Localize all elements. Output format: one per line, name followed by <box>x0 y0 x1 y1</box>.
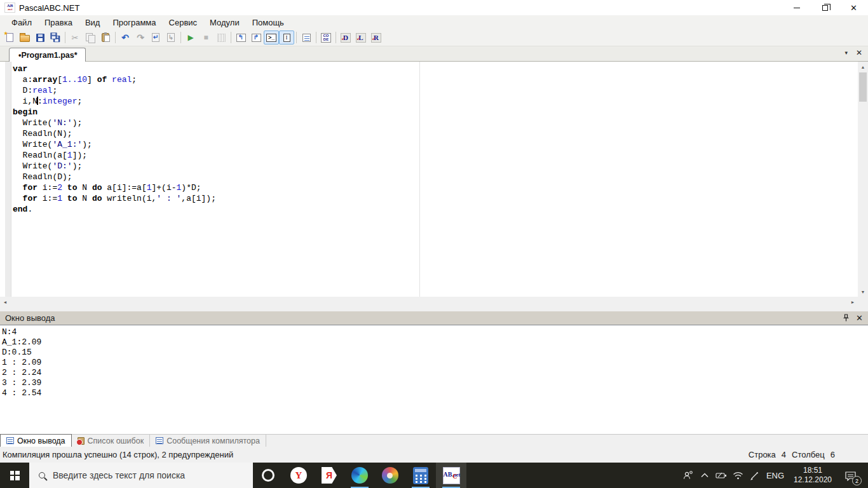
run-button[interactable]: ▶ <box>183 30 198 44</box>
new-file-icon: ★ <box>6 33 13 42</box>
output-window-icon <box>6 437 14 444</box>
code-line[interactable]: var <box>13 64 858 74</box>
taskbar-app-yandex[interactable]: Я <box>314 463 344 488</box>
output-close-icon[interactable]: ✕ <box>856 315 863 322</box>
code-line[interactable]: i,N:integer; <box>13 96 858 107</box>
code-line[interactable]: D:real; <box>13 85 858 96</box>
output-line: 4 : 2.54 <box>2 388 868 398</box>
editor-horizontal-scrollbar[interactable]: ◄ ► <box>0 297 868 307</box>
code-editor[interactable]: var a:array[1..10] of real; D:real; i,N:… <box>0 62 868 297</box>
code-line[interactable]: Readln(N); <box>13 128 858 139</box>
stop-button[interactable]: ■ <box>198 30 214 44</box>
wifi-icon[interactable] <box>729 463 746 488</box>
menu-item[interactable]: Правка <box>38 18 79 27</box>
code-line[interactable]: Write('A_1:'); <box>13 139 858 150</box>
menu-item[interactable]: Вид <box>79 18 107 27</box>
action-center-button[interactable]: 2 <box>837 463 863 488</box>
save-button[interactable] <box>32 30 48 44</box>
panel-gap <box>0 307 868 311</box>
page-arrow-icon: ↳ <box>167 33 175 42</box>
code-templates-button[interactable]: CODE <box>318 30 334 44</box>
battery-icon[interactable] <box>713 463 729 488</box>
run-to-cursor-button[interactable]: ↱ <box>248 30 264 44</box>
scrollbar-thumb[interactable] <box>859 72 867 102</box>
line-value: 4 <box>782 450 786 459</box>
new-file-button[interactable]: ★ <box>2 30 17 44</box>
people-icon[interactable] <box>680 463 696 488</box>
code-line[interactable]: begin <box>13 107 858 118</box>
line-label: Строка <box>749 450 776 459</box>
code-line[interactable]: a:array[1..10] of real; <box>13 74 858 85</box>
restore-button[interactable] <box>811 0 839 15</box>
console-panel-toggle[interactable]: >_ <box>264 30 279 44</box>
goto-next-button[interactable]: ↳ <box>163 30 179 44</box>
start-button[interactable] <box>0 463 29 488</box>
editor-vertical-scrollbar[interactable]: ▲ ▼ <box>858 62 868 297</box>
taskbar-app-yandex-browser[interactable]: Y <box>283 463 314 488</box>
tab-compiler-messages[interactable]: Сообщения компилятора <box>150 435 266 447</box>
window-arrow-icon: ↱ <box>252 34 261 42</box>
tab-list-dropdown[interactable]: ▾ <box>844 50 848 56</box>
format-code-button[interactable] <box>299 30 314 44</box>
save-all-button[interactable] <box>48 30 63 44</box>
close-button[interactable]: ✕ <box>839 0 868 15</box>
code-line[interactable]: Readln(D); <box>13 172 858 182</box>
code-line[interactable]: Readln(a[1]); <box>13 150 858 161</box>
output-line: A_1:2.09 <box>2 337 868 348</box>
code-area[interactable]: var a:array[1..10] of real; D:real; i,N:… <box>0 62 858 297</box>
watch-r-button[interactable]: ↙R <box>369 30 384 44</box>
menu-item[interactable]: Модули <box>203 18 246 27</box>
output-line: D:0.15 <box>2 348 868 358</box>
taskbar-app-paint[interactable] <box>375 463 405 488</box>
minimize-button[interactable] <box>782 0 811 15</box>
taskbar-app-pascalabc[interactable]: ABC.net <box>436 463 466 488</box>
pin-icon[interactable] <box>843 314 850 322</box>
open-file-button[interactable] <box>17 30 32 44</box>
output-panel-header: Окно вывода ✕ <box>0 311 868 325</box>
grid-icon <box>217 34 226 42</box>
taskbar-app-opera[interactable] <box>253 463 283 488</box>
code-line[interactable]: end. <box>13 204 858 215</box>
menu-item[interactable]: Сервис <box>163 18 204 27</box>
tab-program1[interactable]: •Program1.pas* <box>9 48 86 62</box>
menu-bar: ФайлПравкаВидПрограммаСервисМодулиПомощь <box>0 15 868 29</box>
watch-l-button[interactable]: ↙L <box>353 30 369 44</box>
run-in-console-button[interactable]: ↰ <box>233 30 248 44</box>
cut-button[interactable]: ✂ <box>67 30 83 44</box>
output-window[interactable]: N:4A_1:2.09D:0.151 : 2.092 : 2.243 : 2.3… <box>0 325 868 434</box>
paste-button[interactable] <box>98 30 113 44</box>
code-line[interactable]: for i:=2 to N do a[i]:=a[1]+(i-1)*D; <box>13 182 858 193</box>
taskbar-app-edge[interactable] <box>344 463 375 488</box>
taskbar-app-calculator[interactable] <box>405 463 436 488</box>
scroll-down-icon[interactable]: ▼ <box>858 287 868 297</box>
clock[interactable]: 18:51 12.12.2020 <box>788 466 837 485</box>
yandex-browser-icon: Y <box>290 467 307 484</box>
toolbar-separator <box>316 32 316 43</box>
menu-item[interactable]: Помощь <box>246 18 290 27</box>
tab-output-window[interactable]: Окно вывода <box>0 434 72 447</box>
watch-d-button[interactable]: ↙D <box>338 30 353 44</box>
menu-item[interactable]: Файл <box>5 18 38 27</box>
goto-prev-button[interactable]: ↵ <box>148 30 163 44</box>
code-line[interactable]: for i:=1 to N do writeln(i,' : ',a[i]); <box>13 193 858 204</box>
menu-item[interactable]: Программа <box>106 18 162 27</box>
toolbar: ★ ✂ ↶ ↷ ↵ ↳ ▶ ■ ↰ ↱ >_ <box>0 29 868 46</box>
code-line[interactable]: Write('N:'); <box>13 118 858 128</box>
search-input[interactable] <box>53 470 237 480</box>
edge-icon <box>351 467 368 484</box>
step-button[interactable] <box>214 30 229 44</box>
redo-button[interactable]: ↷ <box>133 30 148 44</box>
scroll-left-icon[interactable]: ◄ <box>0 297 10 307</box>
hidden-icons-chevron-icon[interactable] <box>696 463 713 488</box>
undo-button[interactable]: ↶ <box>118 30 133 44</box>
tab-error-list[interactable]: Список ошибок <box>72 435 151 447</box>
text-cursor-toggle[interactable]: I <box>279 30 294 44</box>
scroll-up-icon[interactable]: ▲ <box>858 62 868 72</box>
tab-close-icon[interactable]: ✕ <box>856 48 862 57</box>
code-line[interactable]: Write('D:'); <box>13 161 858 172</box>
scroll-right-icon[interactable]: ► <box>848 297 858 307</box>
taskbar-search[interactable] <box>29 463 253 488</box>
copy-button[interactable] <box>83 30 98 44</box>
pen-icon[interactable] <box>746 463 763 488</box>
language-indicator[interactable]: ENG <box>763 471 788 480</box>
